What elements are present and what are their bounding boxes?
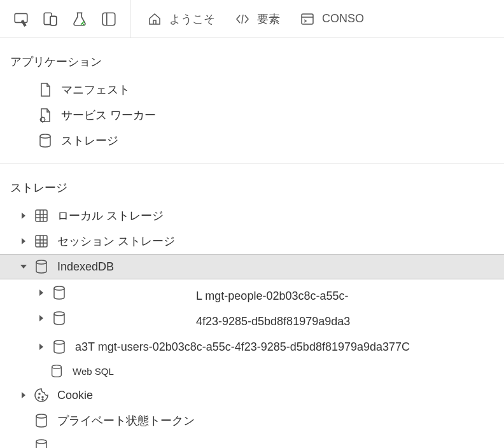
tree-item-db-people-cont[interactable]: 4f23-9285-d5bd8f81979a9da3 <box>0 309 504 334</box>
code-icon <box>234 11 251 27</box>
expand-arrow-icon[interactable] <box>36 312 47 324</box>
inspect-icon[interactable] <box>13 11 29 27</box>
experiments-icon[interactable] <box>71 11 88 27</box>
db-name-line2: 4f23-9285-d5bd8f81979a9da3 <box>196 309 504 334</box>
tree-label: ストレージ <box>61 133 504 148</box>
tree-item-private-state[interactable]: プライベート状態トークン <box>0 408 504 433</box>
tree-item-service-worker[interactable]: サービス ワーカー <box>0 102 504 128</box>
toolbar: ようこそ 要素 CONSO <box>0 0 504 38</box>
tab-console[interactable]: CONSO <box>299 11 364 27</box>
tree-item-cookie[interactable]: Cookie <box>0 382 504 408</box>
expand-arrow-icon[interactable] <box>18 389 29 401</box>
database-icon <box>37 132 53 149</box>
console-icon <box>299 11 316 27</box>
tree-label: Cookie <box>57 389 504 402</box>
tree-item-storage[interactable]: ストレージ <box>0 128 504 153</box>
storage-tree: ローカル ストレージ セッション ストレージ IndexedDB L mgt-p… <box>0 203 504 448</box>
expand-arrow-icon[interactable] <box>36 287 47 298</box>
database-icon <box>51 284 67 301</box>
tree-item-db-users[interactable]: a3T mgt-users-02b03c8c-a55c-4f23-9285-d5… <box>0 334 504 360</box>
svg-rect-0 <box>15 13 27 22</box>
tree-item-local-storage[interactable]: ローカル ストレージ <box>0 203 504 228</box>
tree-label: セッション ストレージ <box>57 234 504 249</box>
tree-label: ローカル ストレージ <box>57 208 504 223</box>
expand-arrow-icon[interactable] <box>36 341 47 353</box>
tree-label: プライベート状態トークン <box>57 413 504 428</box>
database-icon <box>48 363 65 379</box>
tree-item-websql[interactable]: Web SQL <box>0 360 504 382</box>
svg-point-14 <box>52 365 62 369</box>
database-icon <box>51 310 67 326</box>
svg-point-17 <box>42 396 43 398</box>
svg-point-13 <box>54 340 64 344</box>
toolbar-tabs: ようこそ 要素 CONSO <box>130 11 504 27</box>
section-title-storage: ストレージ <box>0 164 504 203</box>
expand-arrow-icon[interactable] <box>18 210 29 221</box>
device-icon[interactable] <box>42 11 59 27</box>
tree-item-indexeddb[interactable]: IndexedDB <box>0 254 504 279</box>
cookie-icon <box>33 387 50 403</box>
tree-label: Web SQL <box>73 366 504 377</box>
tab-welcome[interactable]: ようこそ <box>146 11 215 27</box>
svg-point-12 <box>54 312 64 316</box>
tab-label: 要素 <box>257 11 280 27</box>
svg-point-20 <box>36 440 46 444</box>
tree-item-session-storage[interactable]: セッション ストレージ <box>0 228 504 254</box>
svg-point-7 <box>40 134 50 138</box>
tree-label: マニフェスト <box>61 82 504 97</box>
svg-rect-4 <box>102 13 115 25</box>
svg-rect-5 <box>302 14 313 24</box>
tab-label: ようこそ <box>169 11 215 27</box>
database-icon <box>33 438 50 448</box>
svg-point-15 <box>39 393 40 395</box>
database-icon <box>33 412 50 429</box>
gear-file-icon <box>37 107 53 123</box>
tree-label: IndexedDB <box>57 260 504 274</box>
tab-elements[interactable]: 要素 <box>234 11 280 27</box>
section-title-application: アプリケーション <box>0 38 504 77</box>
svg-point-10 <box>36 260 46 264</box>
database-icon <box>33 258 50 275</box>
expand-arrow-icon[interactable] <box>18 235 29 247</box>
tree-item-db-people[interactable]: L mgt-people-02b03c8c-a55c- <box>0 279 504 309</box>
db-name-line1: L mgt-people-02b03c8c-a55c- <box>196 283 504 309</box>
file-icon <box>37 81 53 98</box>
dock-icon[interactable] <box>101 11 117 27</box>
svg-point-18 <box>42 399 43 400</box>
svg-point-11 <box>54 286 64 290</box>
svg-point-16 <box>38 397 39 398</box>
tree-label: a3T mgt-users-02b03c8c-a55c-4f23-9285-d5… <box>75 340 504 354</box>
home-icon <box>146 11 163 27</box>
collapse-arrow-icon[interactable] <box>18 261 29 272</box>
grid-icon <box>33 233 50 249</box>
tree-label: サービス ワーカー <box>61 108 504 123</box>
svg-rect-8 <box>36 210 47 221</box>
application-tree: マニフェスト サービス ワーカー ストレージ <box>0 77 504 153</box>
tree-item-next[interactable] <box>0 433 504 448</box>
database-icon <box>51 339 67 355</box>
svg-rect-2 <box>50 16 57 25</box>
tab-label: CONSO <box>322 12 364 25</box>
tree-item-manifest[interactable]: マニフェスト <box>0 77 504 102</box>
svg-point-19 <box>36 414 46 418</box>
toolbar-left <box>0 0 130 38</box>
grid-icon <box>33 207 50 224</box>
svg-rect-9 <box>36 235 47 247</box>
